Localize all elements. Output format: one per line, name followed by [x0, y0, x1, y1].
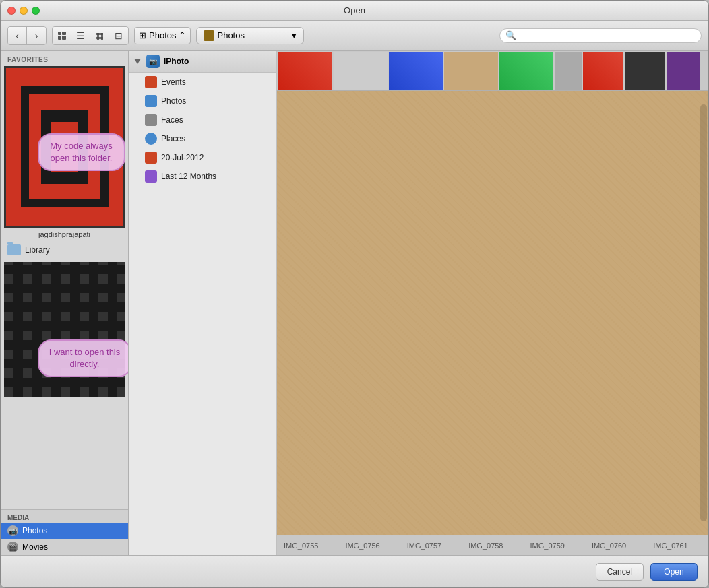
strip-photo-1[interactable] — [278, 52, 332, 90]
bubble-top-text: My code always open this folder. — [50, 141, 112, 163]
location-label: Photos — [217, 30, 244, 40]
library-label: Library — [25, 245, 50, 255]
iphoto-icon-small — [204, 30, 214, 41]
media-movies-label: Movies — [22, 542, 48, 552]
view-dropdown-label: Photos — [149, 30, 176, 40]
media-item-photos[interactable]: 📷 Photos — [1, 523, 128, 539]
photos-icon — [145, 95, 157, 107]
strip-photo-4[interactable] — [444, 52, 498, 90]
minimize-button[interactable] — [20, 7, 28, 15]
photo-grid-area: IMG_0755 IMG_0756 IMG_0757 IMG_0758 IMG_… — [277, 51, 708, 555]
strip-photo-8[interactable] — [625, 52, 665, 90]
sidebar: FAVORITES My code always open this folde… — [1, 51, 129, 555]
movies-media-icon: 🎬 — [7, 542, 18, 552]
photos-media-icon: 📷 — [7, 525, 18, 536]
open-dialog: Open ‹ › ☰ ▦ ⊟ ⊞ Photos ⌃ Photos ▾ 🔍 — [0, 0, 709, 588]
column-view-button[interactable]: ▦ — [90, 27, 109, 44]
dropdown-chevron-icon: ⌃ — [179, 30, 186, 40]
places-icon — [145, 133, 157, 145]
main-content: FAVORITES My code always open this folde… — [1, 51, 708, 555]
places-label: Places — [161, 134, 185, 143]
photos-label: Photos — [161, 96, 186, 106]
right-panel: 📷 iPhoto Events Photos Faces — [129, 51, 708, 555]
iphoto-item-date[interactable]: 20-Jul-2012 — [129, 148, 276, 167]
cancel-button[interactable]: Cancel — [596, 563, 644, 581]
filename-6: IMG_0760 — [592, 542, 626, 550]
disclosure-icon[interactable] — [134, 59, 141, 64]
close-button[interactable] — [7, 7, 16, 15]
iphoto-item-places[interactable]: Places — [129, 129, 276, 148]
title-bar: Open — [1, 1, 708, 21]
months-icon — [145, 170, 157, 183]
search-box[interactable]: 🔍 — [499, 28, 702, 43]
photo-strip — [277, 51, 708, 91]
iphoto-item-photos[interactable]: Photos — [129, 92, 276, 110]
search-input[interactable] — [519, 31, 696, 40]
iphoto-item-events[interactable]: Events — [129, 73, 276, 92]
user-label: jagdishprajapati — [1, 228, 128, 241]
view-icon: ⊞ — [139, 30, 146, 40]
forward-button[interactable]: › — [27, 27, 46, 44]
filename-7: IMG_0761 — [653, 542, 687, 550]
scrollbar[interactable] — [700, 104, 707, 521]
date-label: 20-Jul-2012 — [161, 153, 204, 162]
bottom-bar: Cancel Open — [1, 555, 708, 587]
media-photos-label: Photos — [22, 526, 47, 535]
back-button[interactable]: ‹ — [8, 27, 27, 44]
list-view-button[interactable]: ☰ — [71, 27, 90, 44]
grid-icon — [58, 32, 66, 40]
events-icon — [145, 76, 157, 88]
favorites-label: FAVORITES — [1, 51, 128, 66]
sidebar-thumbnail-1: My code always open this folder. — [4, 66, 125, 228]
icon-view-button[interactable] — [53, 27, 71, 44]
faces-icon — [145, 114, 157, 126]
search-icon: 🔍 — [505, 30, 516, 40]
iphoto-sidebar: 📷 iPhoto Events Photos Faces — [129, 51, 277, 555]
iphoto-icon: 📷 — [146, 55, 160, 68]
open-button[interactable]: Open — [650, 563, 698, 581]
strip-photo-7[interactable] — [583, 52, 623, 90]
view-dropdown[interactable]: ⊞ Photos ⌃ — [134, 27, 191, 44]
iphoto-title: iPhoto — [164, 57, 189, 66]
speech-bubble-top: My code always open this folder. — [38, 133, 125, 171]
filename-2: IMG_0756 — [345, 542, 379, 550]
window-controls — [7, 7, 40, 15]
months-label: Last 12 Months — [161, 172, 216, 181]
events-label: Events — [161, 77, 186, 87]
coverflow-button[interactable]: ⊟ — [109, 27, 128, 44]
strip-photo-2[interactable] — [334, 52, 388, 90]
view-mode-group: ☰ ▦ ⊟ — [52, 26, 129, 45]
filename-4: IMG_0758 — [468, 542, 503, 550]
right-content: 📷 iPhoto Events Photos Faces — [129, 51, 708, 555]
window-title: Open — [344, 5, 365, 15]
location-dropdown[interactable]: Photos ▾ — [196, 27, 304, 44]
nav-button-group: ‹ › — [7, 26, 47, 45]
strip-photo-3[interactable] — [389, 52, 443, 90]
bubble-bottom-text: I want to open this directly. — [49, 347, 121, 369]
filename-3: IMG_0757 — [407, 542, 441, 550]
main-photo-display[interactable] — [277, 91, 708, 535]
sidebar-thumbnail-2: I want to open this directly. — [4, 259, 125, 400]
date-icon — [145, 152, 157, 164]
iphoto-item-months[interactable]: Last 12 Months — [129, 167, 276, 186]
media-section: MEDIA 📷 Photos 🎬 Movies — [1, 509, 128, 555]
maximize-button[interactable] — [32, 7, 40, 15]
media-item-movies[interactable]: 🎬 Movies — [1, 539, 128, 555]
dropdown-arrow-icon: ▾ — [292, 30, 297, 40]
strip-photo-6[interactable] — [555, 52, 582, 90]
filename-1: IMG_0755 — [284, 542, 318, 550]
iphoto-header: 📷 iPhoto — [129, 51, 276, 73]
bottom-filename-strip: IMG_0755 IMG_0756 IMG_0757 IMG_0758 IMG_… — [277, 535, 708, 555]
library-item[interactable]: Library — [1, 241, 128, 259]
strip-photo-9[interactable] — [667, 52, 700, 90]
speech-bubble-bottom: I want to open this directly. — [38, 339, 129, 377]
strip-photo-5[interactable] — [499, 52, 553, 90]
faces-label: Faces — [161, 115, 183, 125]
filename-5: IMG_0759 — [530, 542, 565, 550]
toolbar: ‹ › ☰ ▦ ⊟ ⊞ Photos ⌃ Photos ▾ 🔍 — [1, 21, 708, 51]
media-label: MEDIA — [1, 510, 128, 523]
folder-icon — [7, 244, 21, 255]
iphoto-item-faces[interactable]: Faces — [129, 110, 276, 129]
